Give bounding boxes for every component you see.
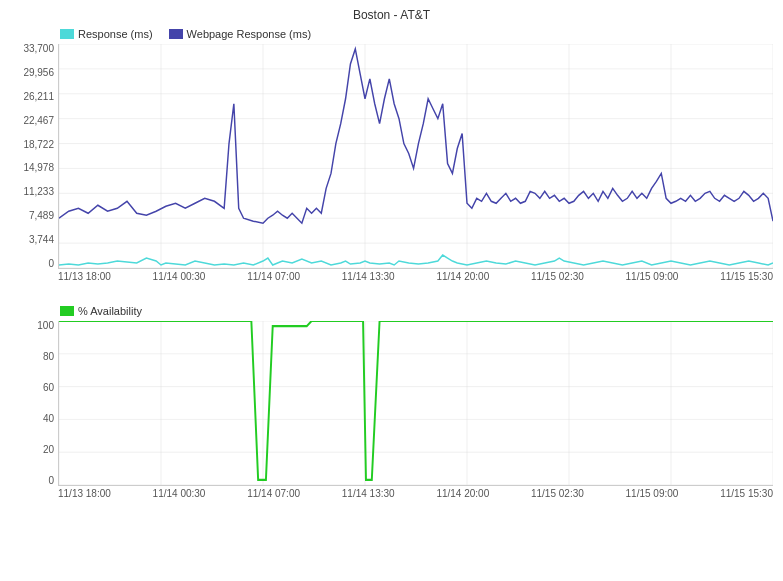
webpage-color-box [169, 29, 183, 39]
top-chart-svg-wrapper [58, 44, 773, 269]
bottom-chart-area: 100 80 60 40 20 0 [10, 321, 773, 506]
top-y-axis: 33,700 29,956 26,211 22,467 18,722 14,97… [10, 44, 58, 269]
bottom-chart-svg-wrapper [58, 321, 773, 486]
y-label-2: 26,211 [23, 92, 54, 102]
response-label: Response (ms) [78, 28, 153, 40]
response-line [59, 255, 773, 265]
legend-availability: % Availability [60, 305, 142, 317]
x-label-1: 11/14 00:30 [153, 271, 206, 289]
webpage-response-line [59, 49, 773, 223]
bx-label-3: 11/14 13:30 [342, 488, 395, 506]
x-label-2: 11/14 07:00 [247, 271, 300, 289]
by-label-2: 60 [43, 383, 54, 393]
y-label-3: 22,467 [23, 116, 54, 126]
bx-label-6: 11/15 09:00 [626, 488, 679, 506]
bx-label-2: 11/14 07:00 [247, 488, 300, 506]
top-chart-svg [59, 44, 773, 268]
bottom-chart-svg [59, 321, 773, 485]
bx-label-0: 11/13 18:00 [58, 488, 111, 506]
x-label-7: 11/15 15:30 [720, 271, 773, 289]
availability-label: % Availability [78, 305, 142, 317]
bottom-y-axis: 100 80 60 40 20 0 [10, 321, 58, 486]
by-label-1: 80 [43, 352, 54, 362]
by-label-5: 0 [48, 476, 54, 486]
y-label-9: 0 [48, 259, 54, 269]
main-container: Boston - AT&T Response (ms) Webpage Resp… [0, 0, 783, 581]
top-legend: Response (ms) Webpage Response (ms) [60, 28, 773, 40]
bx-label-1: 11/14 00:30 [153, 488, 206, 506]
availability-line [59, 321, 773, 480]
y-label-0: 33,700 [23, 44, 54, 54]
x-label-3: 11/14 13:30 [342, 271, 395, 289]
y-label-5: 14,978 [23, 163, 54, 173]
x-label-5: 11/15 02:30 [531, 271, 584, 289]
y-label-6: 11,233 [23, 187, 54, 197]
response-color-box [60, 29, 74, 39]
webpage-label: Webpage Response (ms) [187, 28, 312, 40]
by-label-0: 100 [37, 321, 54, 331]
bx-label-4: 11/14 20:00 [436, 488, 489, 506]
bx-label-5: 11/15 02:30 [531, 488, 584, 506]
bx-label-7: 11/15 15:30 [720, 488, 773, 506]
y-label-7: 7,489 [29, 211, 54, 221]
chart-title: Boston - AT&T [10, 8, 773, 22]
by-label-3: 40 [43, 414, 54, 424]
y-label-4: 18,722 [23, 140, 54, 150]
x-label-0: 11/13 18:00 [58, 271, 111, 289]
top-x-axis: 11/13 18:00 11/14 00:30 11/14 07:00 11/1… [58, 271, 773, 289]
x-label-4: 11/14 20:00 [436, 271, 489, 289]
x-label-6: 11/15 09:00 [626, 271, 679, 289]
availability-legend: % Availability [60, 305, 773, 317]
top-chart-area: 33,700 29,956 26,211 22,467 18,722 14,97… [10, 44, 773, 289]
by-label-4: 20 [43, 445, 54, 455]
bottom-x-axis: 11/13 18:00 11/14 00:30 11/14 07:00 11/1… [58, 488, 773, 506]
y-label-8: 3,744 [29, 235, 54, 245]
legend-webpage: Webpage Response (ms) [169, 28, 312, 40]
y-label-1: 29,956 [23, 68, 54, 78]
legend-response: Response (ms) [60, 28, 153, 40]
availability-color-box [60, 306, 74, 316]
